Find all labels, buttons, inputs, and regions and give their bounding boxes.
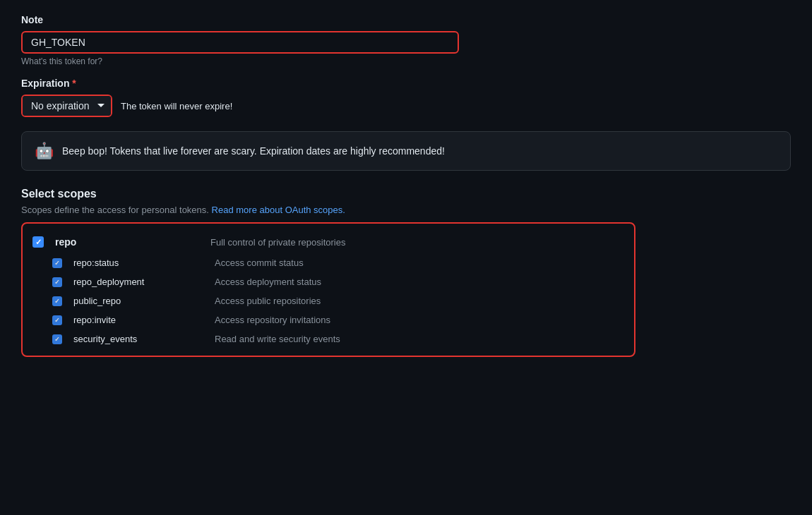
scope-row-security-events: security_events Read and write security … bbox=[32, 329, 624, 349]
repo-invite-name: repo:invite bbox=[73, 315, 215, 325]
public-repo-name: public_repo bbox=[73, 296, 215, 306]
repo-name: repo bbox=[55, 236, 210, 248]
scopes-title: Select scopes bbox=[21, 188, 791, 200]
expiration-select-wrapper: No expiration 7 days 30 days 60 days 90 … bbox=[21, 95, 112, 117]
scope-row-repo: repo Full control of private repositorie… bbox=[32, 231, 624, 253]
scopes-description: Scopes define the access for personal to… bbox=[21, 205, 791, 215]
note-section: Note What's this token for? bbox=[21, 14, 791, 66]
repo-deployment-name: repo_deployment bbox=[73, 277, 215, 287]
expiration-section: Expiration * No expiration 7 days 30 day… bbox=[21, 78, 791, 117]
note-label: Note bbox=[21, 14, 791, 25]
scopes-table: repo Full control of private repositorie… bbox=[21, 222, 635, 357]
note-input[interactable] bbox=[21, 31, 459, 54]
repo-checkbox-col bbox=[32, 236, 55, 248]
public-repo-checkbox-col bbox=[52, 296, 73, 306]
scope-row-repo-deployment: repo_deployment Access deployment status bbox=[32, 272, 624, 291]
public-repo-desc: Access public repositories bbox=[215, 296, 321, 306]
repo-status-name: repo:status bbox=[73, 258, 215, 268]
repo-invite-checkbox[interactable] bbox=[52, 315, 62, 325]
repo-status-checkbox[interactable] bbox=[52, 258, 62, 268]
expiration-row: No expiration 7 days 30 days 60 days 90 … bbox=[21, 95, 791, 117]
expiration-hint: The token will never expire! bbox=[121, 101, 232, 111]
oauth-scopes-link[interactable]: Read more about OAuth scopes. bbox=[212, 205, 345, 215]
repo-deployment-checkbox-col bbox=[52, 277, 73, 287]
repo-status-checkbox-col bbox=[52, 258, 73, 268]
repo-invite-desc: Access repository invitations bbox=[215, 315, 330, 325]
expiration-select[interactable]: No expiration 7 days 30 days 60 days 90 … bbox=[23, 96, 111, 116]
security-events-name: security_events bbox=[73, 334, 215, 344]
scope-row-repo-status: repo:status Access commit status bbox=[32, 253, 624, 272]
repo-desc: Full control of private repositories bbox=[210, 237, 624, 248]
security-events-checkbox[interactable] bbox=[52, 334, 62, 344]
repo-status-desc: Access commit status bbox=[215, 258, 304, 268]
scope-row-repo-invite: repo:invite Access repository invitation… bbox=[32, 310, 624, 329]
security-events-checkbox-col bbox=[52, 334, 73, 344]
repo-deployment-desc: Access deployment status bbox=[215, 277, 321, 287]
warning-box: 🤖 Beep bop! Tokens that live forever are… bbox=[21, 131, 791, 171]
expiration-label: Expiration * bbox=[21, 78, 791, 89]
select-scopes-section: Select scopes Scopes define the access f… bbox=[21, 188, 791, 357]
warning-text: Beep bop! Tokens that live forever are s… bbox=[62, 145, 445, 157]
scope-row-public-repo: public_repo Access public repositories bbox=[32, 291, 624, 310]
note-hint: What's this token for? bbox=[21, 56, 791, 66]
repo-invite-checkbox-col bbox=[52, 315, 73, 325]
robot-icon: 🤖 bbox=[35, 142, 54, 160]
public-repo-checkbox[interactable] bbox=[52, 296, 62, 306]
repo-checkbox[interactable] bbox=[32, 236, 44, 248]
security-events-desc: Read and write security events bbox=[215, 334, 340, 344]
required-indicator: * bbox=[72, 78, 76, 89]
repo-deployment-checkbox[interactable] bbox=[52, 277, 62, 287]
